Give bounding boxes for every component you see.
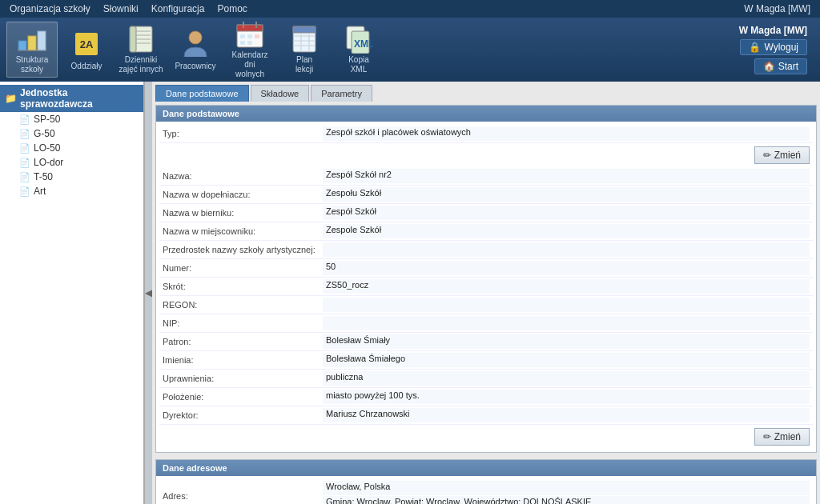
- field-nazwa: Nazwa: Zespół Szkół nr2: [159, 167, 813, 186]
- pencil-icon-typ: ✏: [763, 150, 771, 161]
- tree-root-label: Jednostka sprawozdawcza: [20, 87, 139, 110]
- label-typ: Typ:: [163, 129, 323, 138]
- field-przedrostek: Przedrostek nazwy szkoły artystycznej:: [159, 241, 813, 259]
- username-display: W Magda [MW]: [738, 3, 817, 14]
- tree-item-lo50[interactable]: 📄 LO-50: [0, 141, 143, 155]
- oddzialy-icon: 2A: [70, 28, 102, 60]
- value-skrot: ZS50_rocz: [323, 279, 810, 294]
- toolbar-btn-kopia[interactable]: XML KopiaXML: [333, 22, 384, 78]
- menu-item-organizacja[interactable]: Organizacja szkoły: [3, 3, 97, 14]
- home-icon: 🏠: [763, 61, 775, 72]
- file-icon-art: 📄: [19, 186, 30, 197]
- toolbar-btn-struktura[interactable]: Strukturaszkoły: [6, 22, 58, 78]
- toolbar: Strukturaszkoły 2A Oddziały Dziennikizaj…: [0, 18, 820, 82]
- value-nazwa-biernik: Zespół Szkół: [323, 206, 810, 220]
- toolbar-btn-plan[interactable]: Planlekcji: [279, 22, 330, 78]
- menu-item-pomoc[interactable]: Pomoc: [211, 3, 253, 14]
- field-nip: NIP:: [159, 314, 813, 333]
- tab-parametry[interactable]: Parametry: [311, 85, 372, 102]
- label-regon: REGON:: [163, 300, 323, 310]
- label-dyrektor: Dyrektor:: [163, 410, 323, 420]
- svg-rect-16: [247, 34, 252, 38]
- label-nip: NIP:: [163, 318, 323, 328]
- menu-bar: Organizacja szkoły Słowniki Konfiguracja…: [0, 0, 820, 18]
- menu-item-slowniki[interactable]: Słowniki: [97, 3, 145, 14]
- label-numer: Numer:: [163, 263, 323, 273]
- zmien-button-podstawowe[interactable]: ✏ Zmień: [754, 428, 810, 446]
- toolbar-btn-pracownicy[interactable]: Pracownicy: [170, 22, 221, 78]
- field-patron: Patron: Bolesław Śmiały: [159, 333, 813, 351]
- oddzialy-label: Oddziały: [71, 62, 102, 71]
- tree-item-art[interactable]: 📄 Art: [0, 184, 143, 198]
- field-typ: Typ: Zespół szkół i placówek oświatowych: [159, 125, 813, 143]
- svg-rect-5: [130, 26, 136, 52]
- section-body-dane-adresowe: Adres: Wrocław, Polska Gmina: Wroclaw, P…: [156, 476, 816, 504]
- section-dane-podstawowe: Dane podstawowe Typ: Zespół szkół i plac…: [155, 105, 817, 453]
- user-name: W Magda [MW]: [739, 25, 807, 36]
- section-body-dane-podstawowe: Typ: Zespół szkół i placówek oświatowych…: [156, 122, 816, 452]
- tree-item-t50[interactable]: 📄 T-50: [0, 170, 143, 184]
- file-icon-loDor: 📄: [19, 158, 30, 168]
- tree-item-sp50[interactable]: 📄 SP-50: [0, 112, 143, 126]
- field-uprawnienia: Uprawnienia: publiczna: [159, 370, 813, 388]
- tab-dane-podstawowe[interactable]: Dane podstawowe: [155, 85, 249, 102]
- pracownicy-label: Pracownicy: [175, 62, 215, 71]
- struktura-label: Strukturaszkoły: [16, 55, 49, 74]
- value-numer: 50: [323, 261, 810, 275]
- label-adres: Adres:: [163, 491, 323, 501]
- label-skrot: Skrót:: [163, 282, 323, 291]
- panel-collapse-handle[interactable]: ◀: [144, 82, 152, 504]
- lock-icon: 🔒: [749, 42, 761, 53]
- menu-item-konfiguracja[interactable]: Konfiguracja: [145, 3, 211, 14]
- tree-item-loDor[interactable]: 📄 LO-dor: [0, 155, 143, 170]
- field-regon: REGON:: [159, 296, 813, 314]
- value-imienia: Bolesława Śmiałego: [323, 353, 810, 367]
- kalendarz-icon: [234, 20, 266, 49]
- field-nazwa-dopelniacz: Nazwa w dopełniaczu: Zespołu Szkół: [159, 186, 813, 204]
- tree-item-label-loDor: LO-dor: [34, 157, 63, 168]
- pencil-icon-podstawowe: ✏: [763, 431, 771, 442]
- value-uprawnienia: publiczna: [323, 371, 810, 386]
- svg-rect-21: [293, 26, 316, 33]
- label-przedrostek: Przedrostek nazwy szkoły artystycznej:: [163, 245, 323, 254]
- label-nazwa: Nazwa:: [163, 171, 323, 181]
- tab-skladowe[interactable]: Składowe: [251, 85, 310, 102]
- file-icon-t50: 📄: [19, 172, 30, 182]
- toolbar-btn-dzienniki[interactable]: Dziennikizajęć innych: [115, 22, 167, 78]
- tabs-container: Dane podstawowe Składowe Parametry: [155, 85, 817, 102]
- field-polozenie: Położenie: miasto powyżej 100 tys.: [159, 388, 813, 406]
- svg-point-10: [189, 31, 202, 44]
- zmien-btn-row-podstawowe: ✏ Zmień: [159, 425, 813, 449]
- value-dyrektor: Mariusz Chrzanowski: [323, 408, 810, 422]
- tree-item-g50[interactable]: 📄 G-50: [0, 126, 143, 141]
- field-nazwa-miejscownik: Nazwa w miejscowniku: Zespole Szkół: [159, 222, 813, 241]
- value-regon: [323, 298, 810, 312]
- field-numer: Numer: 50: [159, 259, 813, 278]
- svg-text:XML: XML: [354, 38, 373, 50]
- tree-item-label-g50: G-50: [34, 128, 55, 139]
- svg-rect-1: [28, 36, 36, 50]
- label-polozenie: Położenie:: [163, 392, 323, 402]
- tree-panel: 📁 Jednostka sprawozdawcza 📄 SP-50 📄 G-50…: [0, 82, 144, 504]
- label-nazwa-biernik: Nazwa w bierniku:: [163, 208, 323, 218]
- start-button[interactable]: 🏠 Start: [754, 58, 807, 74]
- file-icon-g50: 📄: [19, 129, 30, 139]
- logout-button[interactable]: 🔒 Wyloguj: [740, 39, 807, 55]
- svg-rect-15: [240, 34, 245, 38]
- tree-item-label-art: Art: [34, 186, 46, 197]
- value-przedrostek: [323, 242, 810, 257]
- zmien-button-typ[interactable]: ✏ Zmień: [754, 146, 810, 164]
- section-header-dane-podstawowe: Dane podstawowe: [156, 106, 816, 122]
- label-patron: Patron:: [163, 337, 323, 346]
- value-nip: [323, 316, 810, 330]
- toolbar-btn-oddzialy[interactable]: 2A Oddziały: [61, 22, 112, 78]
- toolbar-btn-kalendarz[interactable]: Kalendarz dniwolnych: [224, 22, 275, 78]
- value-polozenie: miasto powyżej 100 tys.: [323, 390, 810, 404]
- plan-label: Planlekcji: [295, 55, 313, 74]
- value-adres-line2: Gmina: Wroclaw, Powiat: Wroclaw, Wojewód…: [323, 496, 810, 504]
- plan-icon: [288, 25, 320, 54]
- struktura-icon: [16, 25, 48, 54]
- tree-item-label-t50: T-50: [34, 171, 53, 182]
- section-header-dane-adresowe: Dane adresowe: [156, 460, 816, 476]
- value-nazwa: Zespół Szkół nr2: [323, 169, 810, 183]
